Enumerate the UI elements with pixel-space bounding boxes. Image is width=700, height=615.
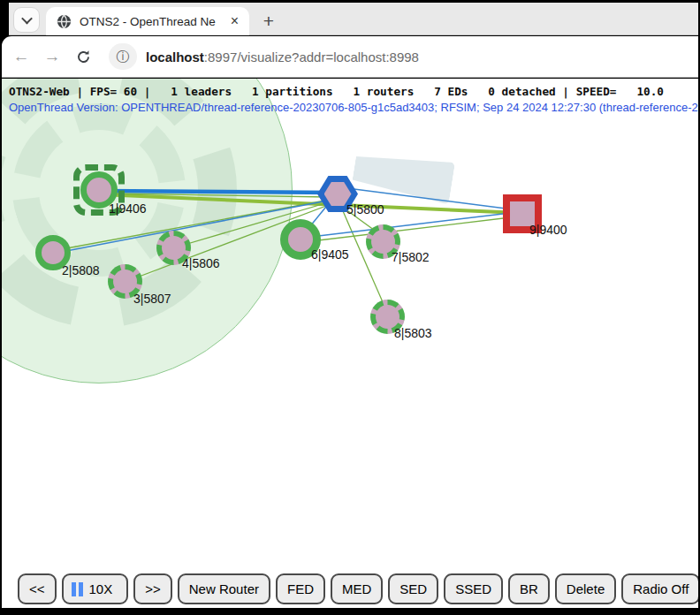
simulation-toolbar: << 10X >> New Router FED MED SED SSED BR… <box>18 573 698 604</box>
globe-favicon-icon <box>57 14 72 29</box>
url-path: :8997/visualize?addr=localhost:8998 <box>204 49 419 65</box>
reload-icon <box>76 49 91 65</box>
node-4-label: 4|5806 <box>182 256 220 270</box>
fed-button[interactable]: FED <box>276 573 325 604</box>
tab-otns2[interactable]: OTNS2 - OpenThread Ne × <box>46 7 249 35</box>
tab-strip: OTNS2 - OpenThread Ne × + <box>9 3 698 35</box>
browser-window: OTNS2 - OpenThread Ne × + ← → ⓘ localhos… <box>0 0 700 615</box>
node-6-label: 6|9405 <box>311 247 349 262</box>
tab-close-icon[interactable]: × <box>227 12 242 30</box>
forward-icon: → <box>44 47 61 66</box>
back-icon: ← <box>13 47 30 66</box>
simulation-canvas[interactable]: OTNS2-Web | FPS= 60 | 1 leaders 1 partit… <box>2 79 698 608</box>
url-bar[interactable]: localhost:8997/visualize?addr=localhost:… <box>146 49 419 65</box>
reload-button[interactable] <box>72 45 95 68</box>
med-button[interactable]: MED <box>331 573 383 604</box>
chevron-down-icon <box>21 13 33 25</box>
ssed-button[interactable]: SSED <box>444 573 503 604</box>
forward-button[interactable]: → <box>41 45 64 68</box>
openthread-version-text: OpenThread Version: OPENTHREAD/thread-re… <box>9 101 698 114</box>
node-8-label: 8|5803 <box>394 326 432 340</box>
site-info-button[interactable]: ⓘ <box>109 43 137 70</box>
new-tab-button[interactable]: + <box>256 9 281 34</box>
br-button[interactable]: BR <box>508 573 550 604</box>
simulation-status-text: OTNS2-Web | FPS= 60 | 1 leaders 1 partit… <box>9 85 664 98</box>
node-9-label: 9|9400 <box>529 223 567 237</box>
node-7-label: 7|5802 <box>392 250 430 264</box>
tab-title: OTNS2 - OpenThread Ne <box>80 15 223 28</box>
node-3-label: 3|5807 <box>133 292 171 306</box>
speed-up-button[interactable]: >> <box>133 573 172 604</box>
links-layer <box>2 79 698 608</box>
speed-pause-button[interactable]: 10X <box>62 573 129 604</box>
delete-button[interactable]: Delete <box>555 573 616 604</box>
back-button[interactable]: ← <box>10 45 33 68</box>
speed-down-button[interactable]: << <box>18 573 57 604</box>
sed-button[interactable]: SED <box>388 573 438 604</box>
speed-label: 10X <box>89 581 113 596</box>
tab-search-button[interactable] <box>13 7 40 33</box>
new-router-button[interactable]: New Router <box>178 573 270 604</box>
node-5-label: 5|5800 <box>346 202 384 216</box>
radio-off-button[interactable]: Radio Off <box>621 573 698 604</box>
address-bar-row: ← → ⓘ localhost:8997/visualize?addr=loca… <box>2 36 698 78</box>
node-1-label: 1|9406 <box>109 201 147 216</box>
pause-icon <box>72 582 83 596</box>
info-icon: ⓘ <box>117 49 130 65</box>
node-2-label: 2|5808 <box>62 263 100 277</box>
url-host: localhost <box>146 49 204 65</box>
